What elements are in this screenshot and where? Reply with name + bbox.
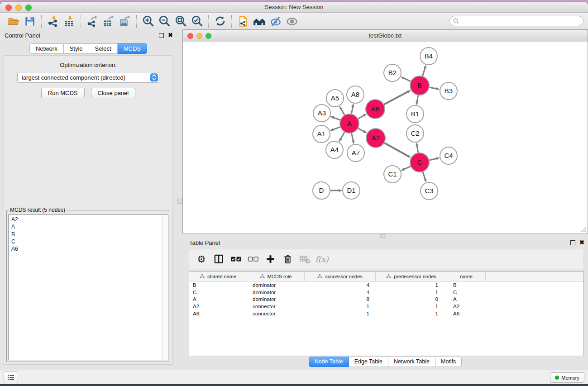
memory-button[interactable]: Memory bbox=[550, 372, 584, 383]
table-row[interactable]: Bdominator41B bbox=[189, 281, 583, 289]
graph-edge-A-A4[interactable] bbox=[341, 132, 345, 139]
graph-node-label-A3: A3 bbox=[318, 109, 326, 117]
graph-edge-C-C4[interactable] bbox=[429, 158, 436, 160]
float-table-panel-icon[interactable] bbox=[570, 240, 575, 245]
graph-node-label-D1: D1 bbox=[347, 186, 355, 194]
graph-node-label-C1: C1 bbox=[388, 170, 397, 178]
table-tab-network-table[interactable]: Network Table bbox=[388, 357, 435, 367]
network-window-titlebar[interactable]: testGlobe.txt bbox=[183, 30, 588, 42]
add-row-button[interactable] bbox=[262, 251, 279, 267]
vertical-splitter-handle[interactable] bbox=[177, 198, 182, 204]
import-table-button[interactable] bbox=[61, 14, 77, 29]
hide-vizmapper-button[interactable] bbox=[268, 14, 284, 29]
graph-edge-A-A3[interactable] bbox=[334, 118, 340, 120]
show-eye-button[interactable] bbox=[284, 14, 300, 29]
mcds-result-item[interactable]: A2 bbox=[9, 216, 168, 223]
toolbar-separator bbox=[231, 15, 232, 28]
home-icon bbox=[253, 15, 266, 27]
graph-edge-A-A1[interactable] bbox=[333, 127, 340, 130]
graph-edge-A-A7[interactable] bbox=[352, 133, 354, 141]
graph-edge-C-C3[interactable] bbox=[423, 172, 425, 179]
table-row[interactable]: Cdominator41C bbox=[189, 289, 583, 296]
graph-edge-A-A6[interactable] bbox=[358, 115, 363, 119]
table-tab-motifs[interactable]: Motifs bbox=[435, 357, 462, 367]
toolbar-separator bbox=[81, 15, 81, 28]
show-columns-button[interactable] bbox=[210, 251, 227, 267]
float-panel-icon[interactable] bbox=[159, 33, 164, 38]
import-network-button[interactable] bbox=[45, 14, 61, 29]
graph-edge-A2-C[interactable] bbox=[384, 143, 408, 156]
graph-edge-B-B2[interactable] bbox=[404, 78, 411, 81]
delete-rows-button[interactable] bbox=[279, 251, 296, 267]
list-scrollbar[interactable] bbox=[162, 215, 168, 360]
close-panel-icon[interactable]: ✖ bbox=[168, 33, 173, 38]
table-tab-edge-table[interactable]: Edge Table bbox=[349, 357, 388, 367]
network-window-title: testGlobe.txt bbox=[183, 30, 588, 41]
column-header-name[interactable]: name bbox=[447, 272, 486, 281]
tab-mcds[interactable]: MCDS bbox=[118, 43, 147, 54]
graph-node-label-A7: A7 bbox=[352, 149, 360, 157]
column-header-shared-name[interactable]: shared name bbox=[189, 272, 247, 281]
tab-style[interactable]: Style bbox=[64, 43, 89, 54]
table-settings-button[interactable]: ⚙ bbox=[193, 251, 210, 267]
mcds-result-item[interactable]: C bbox=[9, 238, 168, 245]
task-history-button[interactable] bbox=[4, 372, 18, 383]
zoom-selected-button[interactable] bbox=[189, 14, 205, 29]
resize-grip-icon[interactable] bbox=[581, 227, 586, 232]
table-row[interactable]: A6connector11A6 bbox=[189, 310, 583, 317]
close-table-panel-icon[interactable]: ✖ bbox=[579, 240, 584, 245]
search-field[interactable] bbox=[449, 16, 583, 26]
list-icon bbox=[7, 374, 14, 381]
zoom-in-button[interactable] bbox=[140, 14, 156, 29]
graph-edge-A-A5[interactable] bbox=[341, 109, 344, 115]
save-session-button[interactable] bbox=[22, 14, 38, 29]
zoom-out-button[interactable] bbox=[156, 14, 172, 29]
column-header-MCDS-role[interactable]: MCDS role bbox=[247, 272, 305, 281]
export-image-icon bbox=[119, 15, 131, 27]
search-input[interactable] bbox=[459, 18, 583, 25]
graph-edge-B-B3[interactable] bbox=[430, 87, 436, 89]
home-button[interactable] bbox=[251, 14, 268, 29]
criterion-select[interactable]: largest connected component (directed) bbox=[17, 72, 159, 83]
refresh-button[interactable] bbox=[212, 14, 228, 29]
graph-node-label-A2: A2 bbox=[372, 134, 380, 142]
graph-edge-A-A8[interactable] bbox=[351, 107, 353, 114]
graph-edge-B-B4[interactable] bbox=[422, 68, 425, 76]
run-mcds-button[interactable]: Run MCDS bbox=[41, 88, 85, 98]
select-all-button[interactable] bbox=[227, 251, 244, 267]
column-header-predecessor-nodes[interactable]: predecessor nodes bbox=[376, 272, 447, 281]
table-row[interactable]: A2connector11A2 bbox=[189, 303, 583, 310]
mcds-result-item[interactable]: B bbox=[9, 231, 168, 238]
export-network-button[interactable] bbox=[84, 14, 100, 29]
mcds-result-list[interactable]: A2ABCA6 bbox=[8, 214, 168, 360]
main-toolbar bbox=[0, 13, 588, 30]
graph-edge-C-C2[interactable] bbox=[417, 146, 418, 152]
mcds-result-title: MCDS result (5 nodes) bbox=[9, 207, 67, 213]
network-canvas[interactable]: AA1A2A3A4A5A6A7A8BB1B2B3B4CC1C2C3C4DD1 bbox=[183, 42, 588, 234]
deselect-all-button[interactable] bbox=[244, 251, 262, 267]
tab-network[interactable]: Network bbox=[29, 43, 64, 54]
mcds-tab-content: Optimization criterion: largest connecte… bbox=[4, 55, 173, 365]
table-row[interactable]: Adominator80A bbox=[189, 296, 583, 303]
mcds-result-item[interactable]: A6 bbox=[9, 245, 168, 253]
graph-edge-A6-B[interactable] bbox=[384, 92, 408, 105]
tab-select[interactable]: Select bbox=[89, 43, 118, 54]
zoom-fit-button[interactable] bbox=[172, 14, 189, 29]
export-image-button[interactable] bbox=[117, 14, 133, 29]
graph-edge-C-C1[interactable] bbox=[404, 167, 411, 169]
open-session-button[interactable] bbox=[5, 14, 22, 29]
graph-edge-A-A2[interactable] bbox=[358, 129, 364, 132]
clone-network-button[interactable] bbox=[235, 14, 251, 29]
graph-node-label-C: C bbox=[417, 158, 422, 166]
control-panel-tabs: NetworkStyleSelectMCDS bbox=[29, 43, 147, 54]
column-header-successor-nodes[interactable]: successor nodes bbox=[305, 272, 376, 281]
export-table-button[interactable] bbox=[100, 14, 117, 29]
close-panel-button[interactable]: Close panel bbox=[91, 88, 136, 98]
graph-node-label-A1: A1 bbox=[317, 130, 325, 138]
mcds-result-item[interactable]: A bbox=[9, 223, 168, 230]
table-tab-node-table[interactable]: Node Table bbox=[309, 357, 349, 367]
app-titlebar[interactable]: Session: New Session bbox=[0, 2, 588, 13]
graph-edge-B-B1[interactable] bbox=[417, 95, 418, 102]
delete-table-button bbox=[296, 251, 313, 267]
table-cell: A bbox=[189, 296, 247, 302]
